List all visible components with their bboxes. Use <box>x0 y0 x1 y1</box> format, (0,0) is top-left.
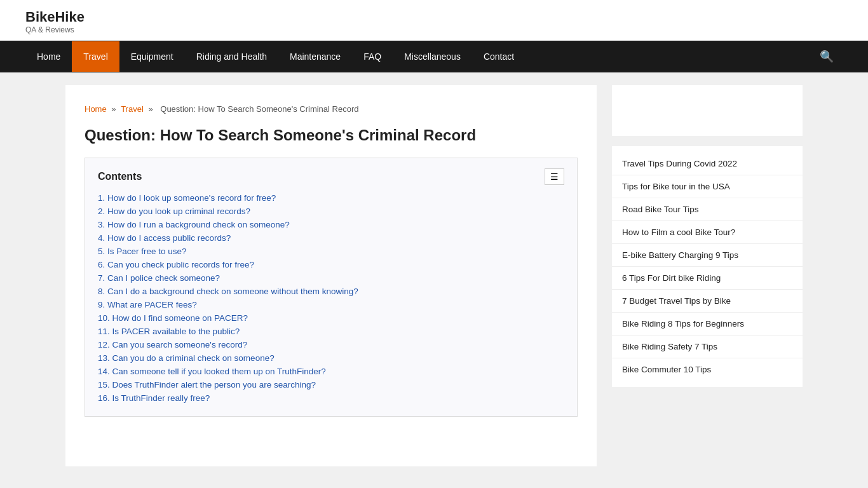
search-icon[interactable]: 🔍 <box>811 41 843 72</box>
nav-item-travel[interactable]: Travel <box>72 41 119 72</box>
toc-item: 10. How do I find someone on PACER? <box>98 313 564 323</box>
sidebar-link-item[interactable]: Travel Tips During Covid 2022 <box>612 152 803 175</box>
page-wrapper: Home » Travel » Question: How To Search … <box>53 72 815 479</box>
site-header: BikeHike QA & Reviews <box>0 0 868 41</box>
breadcrumb-current: Question: How To Search Someone's Crimin… <box>160 104 358 114</box>
sidebar-link-item[interactable]: Bike Commuter 10 Tips <box>612 358 803 381</box>
toc-item: 14. Can someone tell if you looked them … <box>98 366 564 376</box>
toc-item: 5. Is Pacer free to use? <box>98 246 564 256</box>
breadcrumb-travel[interactable]: Travel <box>121 104 144 114</box>
toc-item: 3. How do I run a background check on so… <box>98 219 564 229</box>
sidebar-link-item[interactable]: How to Film a cool Bike Tour? <box>612 221 803 244</box>
site-title: BikeHike <box>25 9 843 25</box>
toc-item: 6. Can you check public records for free… <box>98 259 564 269</box>
toc-item: 2. How do you look up criminal records? <box>98 206 564 216</box>
sidebar-link-item[interactable]: 6 Tips For Dirt bike Riding <box>612 267 803 290</box>
main-nav: HomeTravelEquipmentRiding and HealthMain… <box>0 41 868 72</box>
toc-header: Contents ☰ <box>98 168 564 185</box>
nav-item-riding-and-health[interactable]: Riding and Health <box>185 41 278 72</box>
nav-item-faq[interactable]: FAQ <box>352 41 393 72</box>
toc-item: 9. What are PACER fees? <box>98 299 564 309</box>
toc-list: 1. How do I look up someone's record for… <box>98 193 564 403</box>
toc-item: 12. Can you search someone's record? <box>98 339 564 349</box>
toc-item: 13. Can you do a criminal check on someo… <box>98 353 564 363</box>
nav-item-miscellaneous[interactable]: Miscellaneous <box>393 41 472 72</box>
toc-item: 4. How do I access public records? <box>98 233 564 243</box>
sidebar-link-item[interactable]: 7 Budget Travel Tips by Bike <box>612 290 803 313</box>
sidebar-link-item[interactable]: Road Bike Tour Tips <box>612 198 803 221</box>
main-content: Home » Travel » Question: How To Search … <box>65 85 597 466</box>
breadcrumb: Home » Travel » Question: How To Search … <box>85 104 578 114</box>
sidebar-link-item[interactable]: Bike Riding Safety 7 Tips <box>612 336 803 358</box>
toc-toggle-button[interactable]: ☰ <box>545 168 564 185</box>
nav-item-contact[interactable]: Contact <box>472 41 526 72</box>
nav-item-equipment[interactable]: Equipment <box>119 41 185 72</box>
toc-title: Contents <box>98 171 142 182</box>
toc-item: 8. Can I do a background check on someon… <box>98 286 564 296</box>
toc-box: Contents ☰ 1. How do I look up someone's… <box>85 158 578 417</box>
sidebar-link-item[interactable]: Tips for Bike tour in the USA <box>612 175 803 198</box>
site-tagline: QA & Reviews <box>25 25 843 34</box>
toc-item: 16. Is TruthFinder really free? <box>98 393 564 403</box>
nav-item-maintenance[interactable]: Maintenance <box>278 41 352 72</box>
toc-item: 7. Can I police check someone? <box>98 273 564 283</box>
article-title: Question: How To Search Someone's Crimin… <box>85 125 578 145</box>
sidebar: Travel Tips During Covid 2022Tips for Bi… <box>612 85 803 466</box>
sidebar-ad <box>612 85 803 136</box>
nav-item-home[interactable]: Home <box>25 41 72 72</box>
toc-item: 11. Is PACER available to the public? <box>98 326 564 336</box>
sidebar-links: Travel Tips During Covid 2022Tips for Bi… <box>612 146 803 387</box>
sidebar-link-item[interactable]: E-bike Battery Charging 9 Tips <box>612 244 803 267</box>
toc-item: 1. How do I look up someone's record for… <box>98 193 564 203</box>
toc-item: 15. Does TruthFinder alert the person yo… <box>98 379 564 390</box>
sidebar-link-item[interactable]: Bike Riding 8 Tips for Beginners <box>612 313 803 336</box>
breadcrumb-home[interactable]: Home <box>85 104 107 114</box>
